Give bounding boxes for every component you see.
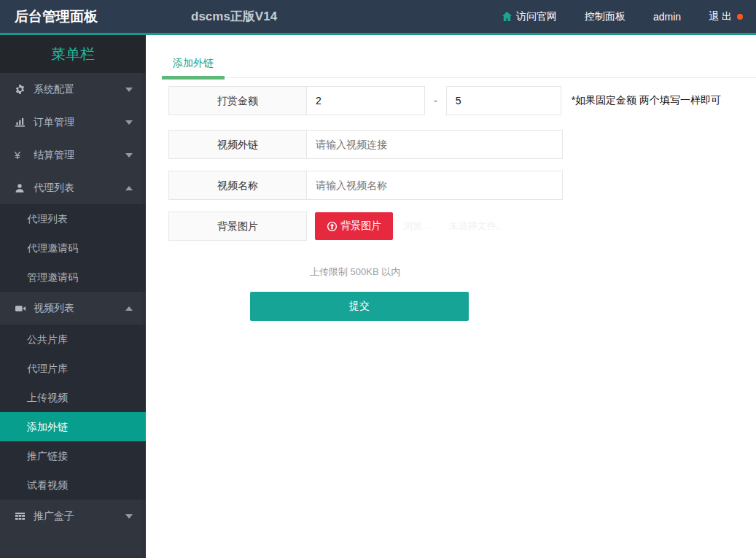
logout-status-dot <box>737 14 743 20</box>
chevron-up-icon <box>125 186 133 190</box>
sidebar-subitem-add-external-link[interactable]: 添加外链 <box>0 412 146 441</box>
nav-admin[interactable]: admin <box>653 11 681 23</box>
add-external-link-form: 打赏金额 - *如果固定金额 两个填写一样即可 视频外链 视频名称 背景图片 <box>168 86 756 321</box>
sidebar-item-agent-list[interactable]: 代理列表 <box>0 171 146 204</box>
video-link-row: 视频外链 <box>168 130 756 159</box>
sidebar-subitem-agent-invite-code[interactable]: 代理邀请码 <box>0 233 146 263</box>
background-image-upload-button-label: 背景图片 <box>340 220 381 233</box>
tab-add-external-link[interactable]: 添加外链 <box>162 55 225 77</box>
video-link-input[interactable] <box>306 130 563 159</box>
video-icon <box>15 303 30 314</box>
background-image-row: 背景图片 背景图片 浏览... 未选择文件。 <box>168 212 756 241</box>
submenu-agent-list: 代理列表 代理邀请码 管理邀请码 <box>0 204 146 292</box>
sidebar-subitem-public-library[interactable]: 公共片库 <box>0 325 146 354</box>
sidebar-item-video-list[interactable]: 视频列表 <box>0 292 146 325</box>
sidebar-title: 菜单栏 <box>0 35 146 73</box>
sidebar-item-label: 推广盒子 <box>34 510 74 523</box>
sidebar-subitem-agent-list[interactable]: 代理列表 <box>0 204 146 233</box>
sidebar-item-system-config[interactable]: 系统配置 <box>0 73 146 106</box>
file-browse-label: 浏览... <box>403 220 430 233</box>
video-name-row: 视频名称 <box>168 171 756 200</box>
upload-size-note: 上传限制 500KB 以内 <box>310 266 756 279</box>
nav-visit-site-label: 访问官网 <box>516 10 557 23</box>
user-icon <box>15 183 30 193</box>
gear-icon <box>15 84 30 95</box>
reward-min-input[interactable] <box>306 86 425 115</box>
main-content: 添加外链 打赏金额 - *如果固定金额 两个填写一样即可 视频外链 视频名称 背… <box>146 35 756 558</box>
nav-logout-label: 退 出 <box>709 10 732 23</box>
admin-app: 后台管理面板 dscms正版V14 访问官网 控制面板 admin 退 出 菜单… <box>0 0 756 558</box>
top-header: 后台管理面板 dscms正版V14 访问官网 控制面板 admin 退 出 <box>0 0 756 35</box>
chevron-up-icon <box>125 306 133 311</box>
sidebar-item-settlement-management[interactable]: 结算管理 <box>0 139 146 171</box>
reward-max-input[interactable] <box>446 86 561 115</box>
sidebar: 菜单栏 系统配置 订单管理 结算管理 代理列表 <box>0 35 146 558</box>
brand-title: 后台管理面板 <box>0 7 146 26</box>
chevron-down-icon <box>125 153 133 158</box>
grid-icon <box>15 511 30 522</box>
submit-button[interactable]: 提交 <box>250 292 469 321</box>
range-separator: - <box>434 95 437 106</box>
sidebar-subitem-admin-invite-code[interactable]: 管理邀请码 <box>0 263 146 292</box>
chevron-down-icon <box>125 514 133 519</box>
sidebar-subitem-preview-video[interactable]: 试看视频 <box>0 470 146 500</box>
video-name-label: 视频名称 <box>168 171 307 200</box>
sidebar-item-promo-box[interactable]: 推广盒子 <box>0 500 146 532</box>
native-file-input-ghost[interactable]: 浏览... 未选择文件。 <box>403 220 506 233</box>
video-link-label: 视频外链 <box>168 130 307 159</box>
yen-icon <box>15 150 30 161</box>
reward-amount-label: 打赏金额 <box>168 86 307 115</box>
submenu-video-list: 公共片库 代理片库 上传视频 添加外链 推广链接 试看视频 <box>0 325 146 500</box>
sidebar-item-label: 系统配置 <box>34 83 74 96</box>
reward-amount-row: 打赏金额 - *如果固定金额 两个填写一样即可 <box>168 86 756 115</box>
bar-chart-icon <box>15 117 30 128</box>
header-nav: 访问官网 控制面板 admin 退 出 <box>502 10 756 23</box>
sidebar-subitem-promo-link[interactable]: 推广链接 <box>0 441 146 470</box>
page-title: dscms正版V14 <box>191 8 277 25</box>
nav-visit-site[interactable]: 访问官网 <box>502 10 557 23</box>
nav-control-panel[interactable]: 控制面板 <box>585 10 626 23</box>
sidebar-item-label: 视频列表 <box>34 302 74 315</box>
sidebar-item-label: 代理列表 <box>34 182 74 195</box>
sidebar-item-order-management[interactable]: 订单管理 <box>0 106 146 139</box>
background-image-upload-button[interactable]: 背景图片 <box>315 212 393 240</box>
background-image-label: 背景图片 <box>168 212 307 241</box>
nav-logout[interactable]: 退 出 <box>709 10 743 23</box>
chevron-down-icon <box>125 120 133 125</box>
upload-circle-icon <box>327 221 338 232</box>
chevron-down-icon <box>125 88 133 92</box>
sidebar-subitem-agent-library[interactable]: 代理片库 <box>0 354 146 383</box>
file-none-selected-label: 未选择文件。 <box>449 220 506 233</box>
sidebar-item-label: 订单管理 <box>34 116 74 129</box>
sidebar-subitem-upload-video[interactable]: 上传视频 <box>0 383 146 412</box>
sidebar-item-label: 结算管理 <box>34 149 74 162</box>
home-icon <box>502 11 513 22</box>
tab-bar: 添加外链 <box>162 55 756 78</box>
reward-hint-text: *如果固定金额 两个填写一样即可 <box>572 94 721 107</box>
video-name-input[interactable] <box>306 171 563 200</box>
